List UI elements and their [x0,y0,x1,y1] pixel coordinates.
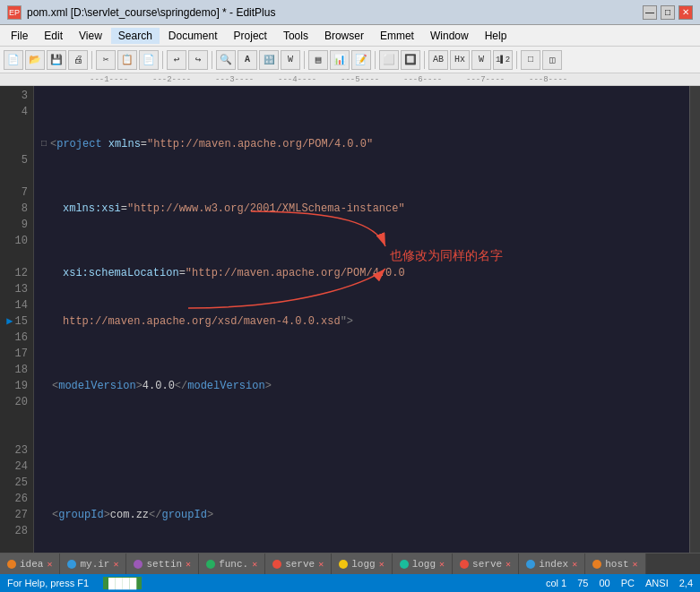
menu-project[interactable]: Project [227,28,274,44]
ruler: ---1---- ---2---- ---3---- ---4---- ---5… [0,73,700,86]
menu-browser[interactable]: Browser [317,28,371,44]
tb-search[interactable]: 🔍 [216,50,236,70]
tab-idea-label: idea [20,559,43,570]
menu-file[interactable]: File [4,28,35,44]
tab-logg1-close[interactable]: ✕ [379,559,385,570]
toolbar: 📄 📂 💾 🖨 ✂ 📋 📄 ↩ ↪ 🔍 A 🔡 W ▤ 📊 📝 ⬜ 🔲 AB H… [0,47,700,73]
tb-12[interactable]: 1▌2 [493,50,513,70]
tab-settin-label: settin [146,559,182,570]
window-controls[interactable]: — □ ✕ [643,5,693,20]
status-right: col 1 75 00 PC ANSI 2,4 [546,578,693,588]
tab-logg1-label: logg [351,559,375,570]
tb-print[interactable]: 🖨 [68,50,88,70]
editor-wrapper: ---1---- ---2---- ---3---- ---4---- ---5… [0,73,700,553]
tb-sep5 [375,51,376,69]
tb-copy[interactable]: 📋 [117,50,137,70]
tab-serve2-label: serve [472,559,502,570]
tb-cut[interactable]: ✂ [96,50,116,70]
tb-word[interactable]: W [281,50,300,70]
tab-logg2-label: logg [412,559,436,570]
status-bar: For Help, press F1 ████ col 1 75 00 PC A… [0,574,700,592]
status-line: 75 [577,578,588,588]
tb-w2[interactable]: W [471,50,491,70]
tab-host[interactable]: host ✕ [585,553,645,575]
tb-save[interactable]: 💾 [47,50,66,70]
code-line-3: □<project xmlns="http://maven.apache.org… [41,136,682,152]
status-position: 2,4 [679,578,693,588]
menu-view[interactable]: View [72,28,109,44]
tb-aa[interactable]: A [238,50,257,70]
maximize-button[interactable]: □ [661,5,675,20]
code-line-6 [41,442,682,459]
status-help: For Help, press F1 [7,578,89,588]
tb-sep1 [91,51,92,69]
tab-logg1[interactable]: logg ✕ [332,553,392,575]
menu-tools[interactable]: Tools [276,28,315,44]
code-line-7: <groupId>com.zz</groupId> [41,507,682,523]
tab-idea[interactable]: idea ✕ [0,553,60,575]
code-area[interactable]: □<project xmlns="http://maven.apache.org… [34,86,689,553]
status-extra: 00 [599,578,609,588]
tb-undo[interactable]: ↩ [167,50,186,70]
tab-settin[interactable]: settin ✕ [126,553,199,575]
tab-idea-close[interactable]: ✕ [47,559,52,570]
tb-sep3 [212,51,212,69]
tab-serve2[interactable]: serve ✕ [453,553,519,575]
tab-logg2[interactable]: logg ✕ [393,553,453,575]
tb-sep2 [162,51,163,69]
tb-sq1[interactable]: □ [521,50,540,70]
menu-window[interactable]: Window [423,28,476,44]
tab-index-close[interactable]: ✕ [572,559,577,570]
tab-func[interactable]: func. ✕ [199,553,265,575]
status-left: For Help, press F1 ████ [7,577,142,589]
tab-host-close[interactable]: ✕ [633,559,638,570]
tab-index-label: index [539,559,568,570]
code-line-4: xmlns:xsi="http://www.w3.org/2001/XMLSch… [41,201,682,217]
tb-redo[interactable]: ↪ [188,50,208,70]
menu-edit[interactable]: Edit [37,28,70,44]
app-icon: EP [7,5,22,20]
menu-bar: File Edit View Search Document Project T… [0,25,700,47]
tb-list[interactable]: ▤ [308,50,328,70]
tab-myir-label: my.ir [80,559,109,570]
tb-font[interactable]: 🔡 [259,50,279,70]
close-button[interactable]: ✕ [678,5,693,20]
code-line-4b: xsi:schemaLocation="http://maven.apache.… [41,265,682,281]
tab-settin-close[interactable]: ✕ [186,559,191,570]
menu-document[interactable]: Document [161,28,225,44]
tb-sep4 [304,51,305,69]
status-green: ████ [103,577,142,589]
tab-serve2-close[interactable]: ✕ [506,559,511,570]
tb-sq2[interactable]: ◫ [542,50,562,70]
editor-main: 3 4 5 7 8 9 10 12 13 14 ▶15 16 17 18 19 … [0,86,700,553]
title-bar: EP pom.xml [D:\servlet_course\springdemo… [0,0,700,25]
menu-emmet[interactable]: Emmet [373,28,421,44]
line-numbers: 3 4 5 7 8 9 10 12 13 14 ▶15 16 17 18 19 … [0,86,34,553]
tab-serve1-close[interactable]: ✕ [318,559,324,570]
tab-logg2-close[interactable]: ✕ [439,559,445,570]
tb-ab[interactable]: AB [428,50,448,70]
title-text: pom.xml [D:\servlet_course\springdemo] *… [27,6,275,19]
tab-func-close[interactable]: ✕ [252,559,257,570]
menu-search[interactable]: Search [111,28,160,44]
minimize-button[interactable]: — [643,5,657,20]
tb-edit[interactable]: 📝 [351,50,371,70]
fold-icon-3[interactable]: □ [41,136,47,152]
tab-serve1[interactable]: serve ✕ [265,553,332,575]
tab-serve1-label: serve [285,559,315,570]
code-line-4c: http://maven.apache.org/xsd/maven-4.0.0.… [41,313,682,330]
tab-func-label: func. [219,559,248,570]
menu-help[interactable]: Help [478,28,514,44]
tb-box[interactable]: ⬜ [379,50,399,70]
tab-myir[interactable]: my.ir ✕ [60,553,126,575]
tab-myir-close[interactable]: ✕ [113,559,118,570]
tb-open[interactable]: 📂 [25,50,45,70]
tb-chart[interactable]: 📊 [330,50,350,70]
tb-new[interactable]: 📄 [4,50,23,70]
status-col: col 1 [546,578,566,588]
vertical-scrollbar[interactable] [689,86,700,553]
tb-grid[interactable]: 🔲 [401,50,420,70]
tab-index[interactable]: index ✕ [519,553,585,575]
tb-hx[interactable]: Hx [450,50,470,70]
tb-paste[interactable]: 📄 [139,50,159,70]
